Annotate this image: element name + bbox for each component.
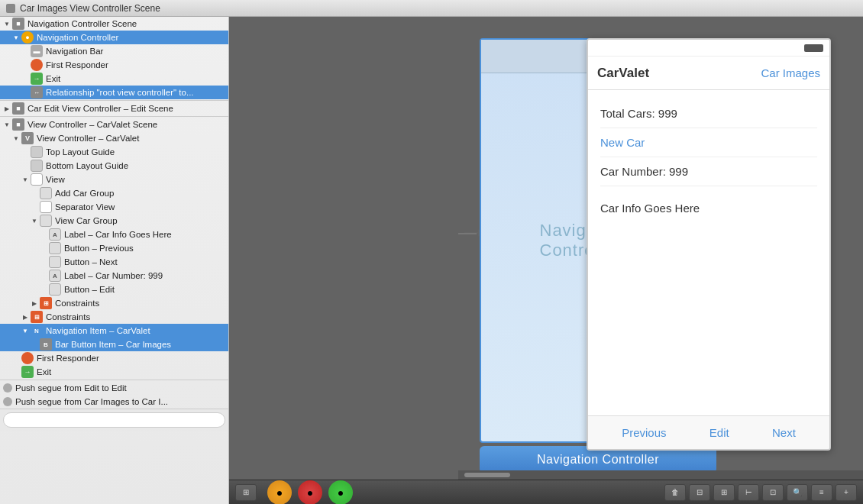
toolbar-pin-icon: ⊢ [745,488,752,496]
toolbar-layout-icon: ⊞ [243,488,249,496]
label-push-segue-car-images: Push segue from Car Images to Car I... [15,397,168,406]
vc-icon: V [21,132,34,144]
iphone-nav-bar: CarValet Car Images [588,57,829,90]
toolbar-zoom-out-icon: 🔍 [793,488,802,496]
sidebar-item-first-responder-2[interactable]: First Responder [0,351,228,365]
sidebar-item-vc-carvalet-scene[interactable]: ■ View Controller – CarValet Scene [0,118,228,131]
toolbar-right: 🗑 ⊟ ⊞ ⊢ ⊡ 🔍 ≡ + [664,484,857,501]
sidebar-item-add-car-group[interactable]: Add Car Group [0,186,228,200]
guide-icon-top [31,146,43,158]
scene-icon-nav: ■ [12,18,24,30]
sidebar-item-button-next[interactable]: Button – Next [0,255,228,269]
toolbar-zoom-fit-btn[interactable]: ≡ [811,484,832,501]
toolbar-pin-btn[interactable]: ⊢ [738,484,759,501]
title-bar-icon [6,4,15,13]
sidebar-item-car-edit-scene[interactable]: ■ Car Edit View Controller – Edit Scene [0,102,228,115]
toolbar-resolve-btn[interactable]: ⊡ [762,484,784,501]
sidebar-item-button-previous[interactable]: Button – Previous [0,241,228,255]
sidebar-item-constraints-1[interactable]: ⊞ Constraints [0,296,228,310]
nav-controller-caption-text: Navigation Controller [537,453,659,467]
toolbar-distribute-btn[interactable]: ⊞ [713,484,735,501]
sidebar-item-exit-1[interactable]: → Exit [0,72,228,86]
toolbar-zoom-fit-icon: ≡ [819,488,824,496]
label-constraints-2: Constraints [46,312,90,321]
label-separator-view: Separator View [55,202,115,212]
label-car-number-label: Label – Car Number: 999 [64,271,163,280]
exit-icon-1: → [31,73,43,85]
label-bar-button-car-images: Bar Button Item – Car Images [55,340,171,349]
iphone-nav-right[interactable]: Car Images [761,66,820,79]
toolbar-distribute-icon: ⊞ [721,488,727,496]
iphone-row-new-car[interactable]: New Car [600,128,817,157]
label-button-next: Button – Next [64,257,118,267]
main-content: ■ Navigation Controller Scene ● Navigati… [0,17,863,504]
sidebar-item-nav-item-carvalet[interactable]: N Navigation Item – CarValet [0,324,228,338]
label-nav-item-carvalet: Navigation Item – CarValet [46,326,150,335]
sidebar-search-input[interactable] [3,412,225,428]
segue-icon-car-images [3,397,12,406]
triangle-nav-controller [12,34,20,41]
toolbar-orange-icon: ● [276,486,283,499]
sidebar-item-first-responder-1[interactable]: First Responder [0,58,228,72]
toolbar-red-icon: ● [307,486,313,499]
button-icon-previous [49,242,61,254]
constraints-icon-2: ⊞ [31,311,43,323]
iphone-btn-previous[interactable]: Previous [622,426,666,439]
toolbar-circle-red[interactable]: ● [298,480,322,505]
toolbar-layout-btn[interactable]: ⊞ [235,484,257,501]
label-add-car-group: Add Car Group [55,189,114,198]
iphone-bottom-bar: Previous Edit Next [588,415,829,449]
navitem-icon: N [31,325,43,337]
sidebar-item-label-car-number[interactable]: A Label – Car Number: 999 [0,269,228,283]
sidebar-item-top-layout-guide[interactable]: Top Layout Guide [0,145,228,159]
toolbar-align-btn[interactable]: ⊟ [689,484,710,501]
divider-1 [0,100,228,101]
sidebar-item-bar-button-car-images[interactable]: B Bar Button Item – Car Images [0,338,228,351]
label-view: View [46,175,65,184]
group-icon-view-car [40,215,52,227]
barbutton-icon: B [40,338,52,351]
responder-icon-2 [21,352,34,364]
iphone-frame: CarValet Car Images Total Cars: 999 New … [587,38,831,451]
sidebar-item-button-edit[interactable]: Button – Edit [0,283,228,296]
status-battery [804,44,823,52]
sidebar-item-push-segue-car-images[interactable]: Push segue from Car Images to Car I... [0,395,228,409]
iphone-btn-edit[interactable]: Edit [709,426,729,439]
label-vc-carvalet: View Controller – CarValet [37,134,139,143]
sidebar-item-nav-controller[interactable]: ● Navigation Controller [0,31,228,44]
scene-icon-car-edit: ■ [12,102,24,115]
sidebar-item-push-segue-edit[interactable]: Push segue from Edit to Edit [0,381,228,395]
triangle-constraints-2 [21,313,29,321]
sidebar-item-relationship[interactable]: ↔ Relationship "root view controller" to… [0,86,228,99]
label-vc-carvalet-scene: View Controller – CarValet Scene [27,120,157,129]
segue-line-left [458,233,477,234]
sidebar-item-view-car-group[interactable]: View Car Group [0,214,228,228]
toolbar-zoom-in-icon: + [844,488,848,496]
sidebar-item-nav-controller-scene[interactable]: ■ Navigation Controller Scene [0,17,228,31]
toolbar-circle-orange[interactable]: ● [267,480,292,505]
canvas-scrollbar[interactable] [458,470,863,480]
toolbar-zoom-in-btn[interactable]: + [836,484,857,501]
toolbar-circle-green[interactable]: ● [328,480,353,505]
scene-icon-vc-carvalet: ■ [12,118,24,131]
sidebar-item-constraints-2[interactable]: ⊞ Constraints [0,310,228,324]
sidebar-item-vc-carvalet[interactable]: V View Controller – CarValet [0,131,228,145]
scrollbar-thumb[interactable] [464,473,510,477]
label-top-layout-guide: Top Layout Guide [46,147,115,157]
sidebar-item-bottom-layout-guide[interactable]: Bottom Layout Guide [0,159,228,173]
triangle-nav-controller-scene [3,20,11,27]
triangle-nav-item-carvalet [21,327,29,334]
toolbar-zoom-out-btn[interactable]: 🔍 [787,484,808,501]
sidebar-item-view[interactable]: View [0,173,228,186]
iphone-total-cars-text: Total Cars: 999 [600,107,677,120]
toolbar-delete-btn[interactable]: 🗑 [664,484,686,501]
sidebar-item-nav-bar[interactable]: ▬ Navigation Bar [0,44,228,58]
segue-icon-edit [3,383,12,393]
iphone-nav-title: CarValet [597,66,649,81]
iphone-row-car-number: Car Number: 999 [600,157,817,186]
iphone-btn-next[interactable]: Next [772,426,796,439]
label-button-previous: Button – Previous [64,244,134,253]
sidebar-item-label-car-info[interactable]: A Label – Car Info Goes Here [0,228,228,241]
sidebar-item-separator-view[interactable]: Separator View [0,200,228,214]
sidebar-item-exit-2[interactable]: → Exit [0,365,228,379]
